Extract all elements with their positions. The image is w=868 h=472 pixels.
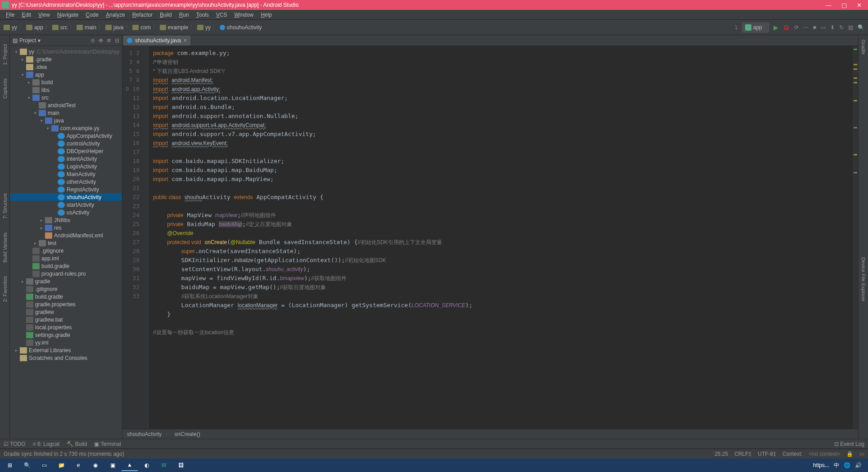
tb-start[interactable]: ⊞ (2, 459, 18, 471)
tree-main[interactable]: ▾main (10, 109, 122, 117)
crumb-shouhuActivity[interactable]: shouhuActivity (220, 24, 262, 31)
hide-icon[interactable]: ⊟ (115, 37, 119, 44)
tree-shouhuactivity[interactable]: shouhuActivity (10, 193, 122, 201)
crumb-yy[interactable]: yy (197, 24, 211, 31)
tool-logcat[interactable]: ≡ 6: Logcat (33, 441, 60, 447)
lock-icon[interactable]: 🔒 (846, 451, 853, 457)
tree-yy[interactable]: ▾yyC:\Users\Administrator\Desktop\yy (10, 48, 122, 55)
tree-androidtest[interactable]: androidTest (10, 101, 122, 109)
tb-eclipse[interactable]: ◐ (139, 459, 155, 471)
bc-class[interactable]: shouhuActivity (127, 431, 162, 437)
tree-java[interactable]: ▾java (10, 117, 122, 124)
bc-method[interactable]: onCreate() (174, 431, 200, 437)
tree-src[interactable]: ▾src (10, 94, 122, 101)
fold-gutter[interactable] (143, 46, 149, 429)
crumb-src[interactable]: src (52, 24, 68, 31)
editor-tab[interactable]: shouhuActivity.java × (123, 36, 190, 45)
tree--gitignore[interactable]: .gitignore (10, 285, 122, 293)
context-label[interactable]: Context: (782, 451, 803, 457)
make-icon[interactable]: ⤵ (735, 24, 737, 31)
gear-icon[interactable]: ✼ (107, 37, 111, 44)
run-icon[interactable]: ▶ (773, 24, 778, 31)
line-sep[interactable]: CRLF‡ (734, 451, 751, 457)
tree-settings-gradle[interactable]: settings.gradle (10, 331, 122, 339)
structure-icon[interactable]: ▤ (848, 24, 853, 31)
crumb-main[interactable]: main (77, 24, 96, 31)
crumb-example[interactable]: example (160, 24, 188, 31)
tool-favorites[interactable]: 2: Favorites (2, 276, 8, 302)
tray-sound[interactable]: 🔊 (855, 462, 862, 468)
tree-yy-iml[interactable]: yy.iml (10, 339, 122, 346)
tb-edge[interactable]: e (70, 459, 86, 471)
tree-app-iml[interactable]: app.iml (10, 254, 122, 262)
menu-navigate[interactable]: Navigate (54, 11, 81, 19)
tree-libs[interactable]: libs (10, 86, 122, 94)
tb-img[interactable]: 🖼 (173, 459, 189, 471)
tree-intentactivity[interactable]: intentActivity (10, 155, 122, 163)
search-icon[interactable]: 🔍 (858, 24, 864, 31)
tree-build-gradle[interactable]: build.gradle (10, 262, 122, 270)
close-tab-icon[interactable]: × (184, 37, 187, 44)
target-icon[interactable]: ✥ (99, 37, 103, 44)
tree-gradle[interactable]: ▸gradle (10, 277, 122, 285)
context-none[interactable]: <no context> (809, 451, 840, 457)
menu-file[interactable]: File (3, 11, 18, 19)
sync-icon[interactable]: ↻ (839, 24, 844, 31)
tree-mainactivity[interactable]: MainActivity (10, 170, 122, 178)
crumb-java[interactable]: java (105, 24, 123, 31)
tree-proguard-rules-pro[interactable]: proguard-rules.pro (10, 270, 122, 277)
memory-icon[interactable]: ▭ (859, 451, 864, 457)
tree-local-properties[interactable]: local.properties (10, 323, 122, 331)
tree-otheractivity[interactable]: otherActivity (10, 178, 122, 186)
tool-project[interactable]: 1: Project (2, 44, 8, 65)
menu-help[interactable]: Help (258, 11, 275, 19)
tool-todo[interactable]: ☑ TODO (4, 441, 26, 447)
tree-loginactivity[interactable]: LoginActivity (10, 163, 122, 170)
collapse-icon[interactable]: ⊖ (90, 37, 95, 44)
tree-external-libraries[interactable]: ▸External Libraries (10, 346, 122, 354)
minimize-button[interactable]: — (826, 2, 832, 9)
project-combo[interactable]: ▤ Project ▾ (13, 37, 41, 44)
tray-ime[interactable]: 中 (834, 462, 839, 469)
menu-refactor[interactable]: Refactor (129, 11, 156, 19)
tb-word[interactable]: W (156, 459, 172, 471)
close-button[interactable]: ✕ (857, 2, 862, 9)
debug-icon[interactable]: 🐞 (783, 24, 790, 31)
error-stripe[interactable] (853, 46, 858, 429)
sdk-icon[interactable]: ⬇ (830, 24, 835, 31)
encoding[interactable]: UTF-8‡ (758, 451, 776, 457)
tree-scratches-and-consoles[interactable]: Scratches and Consoles (10, 354, 122, 362)
crumb-app[interactable]: app (26, 24, 43, 31)
maximize-button[interactable]: ▢ (841, 2, 847, 9)
editor-breadcrumb[interactable]: shouhuActivity 〉 onCreate() (122, 429, 858, 439)
menu-tools[interactable]: Tools (193, 11, 212, 19)
menu-view[interactable]: View (35, 11, 53, 19)
code-area[interactable]: package com.example.yy; /*申请密钥 * 下载百度LBS… (149, 46, 853, 429)
run-config-combo[interactable]: app (742, 23, 769, 32)
avd-icon[interactable]: ▭ (821, 24, 826, 31)
tree-controlactivity[interactable]: controlActivity (10, 140, 122, 147)
crumb-yy[interactable]: yy (4, 24, 17, 31)
attach-icon[interactable]: ⋯ (803, 24, 809, 31)
tree-com-example-yy[interactable]: ▾com.example.yy (10, 124, 122, 132)
tree-build[interactable]: ▸build (10, 78, 122, 86)
tree-res[interactable]: ▸res (10, 224, 122, 231)
tool-build-variants[interactable]: Build Variants (2, 232, 8, 263)
tool-eventlog[interactable]: ⊡ Event Log (834, 441, 864, 447)
tool-device-explorer[interactable]: Device File Explorer (861, 257, 866, 301)
tree-usactivity[interactable]: usActivity (10, 209, 122, 216)
tree-registactivity[interactable]: RegistActivity (10, 186, 122, 193)
tb-app1[interactable]: ▣ (104, 459, 121, 471)
tree-build-gradle[interactable]: build.gradle (10, 293, 122, 300)
project-tree[interactable]: ▾yyC:\Users\Administrator\Desktop\yy▸.gr… (10, 46, 122, 439)
tb-taskview[interactable]: ▭ (36, 459, 52, 471)
tree-gradle-properties[interactable]: gradle.properties (10, 300, 122, 308)
menu-window[interactable]: Window (231, 11, 257, 19)
menu-edit[interactable]: Edit (18, 11, 34, 19)
tree-dbopenhelper[interactable]: DBOpenHelper (10, 147, 122, 155)
tool-terminal[interactable]: ▣ Terminal (94, 441, 121, 447)
tool-build[interactable]: 🔨 Build (67, 441, 87, 447)
tb-search[interactable]: 🔍 (19, 459, 35, 471)
menu-analyze[interactable]: Analyze (103, 11, 128, 19)
tool-captures[interactable]: Captures (2, 78, 8, 99)
